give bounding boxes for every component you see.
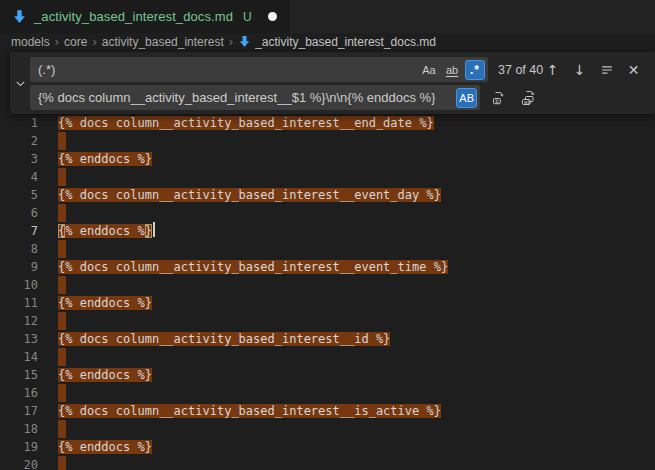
svg-text:ab: ab [524,98,531,104]
line-number: 10 [0,276,38,294]
code-line[interactable]: 4 [0,168,655,186]
find-widget: (.*) Aa ab .* 37 of 40 ↑ ↓ [10,52,655,114]
line-text: {% docs column__activity_based_interest_… [58,330,390,348]
line-text: {% enddocs %} [58,150,152,168]
line-number: 12 [0,312,38,330]
regex-button[interactable]: .* [465,60,485,80]
line-number: 1 [0,114,38,132]
line-text [58,168,66,186]
line-number: 17 [0,402,38,420]
line-text: {% docs column__activity_based_interest_… [58,186,441,204]
line-text [58,276,66,294]
line-text: {% docs column__activity_based_interest_… [58,402,441,420]
code-line[interactable]: 11{% enddocs %} [0,294,655,312]
code-line[interactable]: 10 [0,276,655,294]
match-case-button[interactable]: Aa [419,60,439,80]
breadcrumb-item-models[interactable]: models [11,35,50,49]
chevron-right-icon: › [229,34,233,49]
find-row: (.*) Aa ab .* 37 of 40 ↑ ↓ [30,57,650,82]
replace-row: {% docs column__activity_based_interest_… [30,85,650,110]
tab-bar: _activity_based_interest_docs.md U [0,0,655,33]
line-number: 18 [0,420,38,438]
code-line[interactable]: 9{% docs column__activity_based_interest… [0,258,655,276]
breadcrumb-item-file[interactable]: _activity_based_interest_docs.md [238,35,436,49]
line-text: {% enddocs %} [58,366,152,384]
code-line[interactable]: 14 [0,348,655,366]
line-text [58,420,66,438]
code-lines: 1{% docs column__activity_based_interest… [0,114,655,470]
chevron-right-icon: › [92,34,96,49]
code-line[interactable]: 13{% docs column__activity_based_interes… [0,330,655,348]
code-line[interactable]: 5{% docs column__activity_based_interest… [0,186,655,204]
breadcrumb-item-core[interactable]: core [64,35,87,49]
line-text [58,204,66,222]
line-text [58,348,66,366]
line-text [58,384,66,402]
line-number: 15 [0,366,38,384]
editor-pane[interactable]: 1{% docs column__activity_based_interest… [0,50,655,470]
line-number: 2 [0,132,38,150]
line-text [58,312,66,330]
line-text: {% enddocs %} [58,438,152,456]
tab-filename: _activity_based_interest_docs.md [34,9,233,24]
breadcrumb-item-activity-based-interest[interactable]: activity_based_interest [102,35,224,49]
replace-all-button[interactable]: ab [517,87,538,108]
line-number: 13 [0,330,38,348]
code-line[interactable]: 17{% docs column__activity_based_interes… [0,402,655,420]
breadcrumb-filename: _activity_based_interest_docs.md [255,35,436,49]
markdown-file-icon [238,35,251,48]
line-text: {% enddocs %} [58,294,152,312]
results-count: 37 of 40 [498,63,543,77]
vscode-window: _activity_based_interest_docs.md U model… [0,0,655,470]
code-line[interactable]: 1{% docs column__activity_based_interest… [0,114,655,132]
git-status-badge: U [243,10,252,24]
code-line[interactable]: 2 [0,132,655,150]
code-line[interactable]: 12 [0,312,655,330]
line-text [58,132,66,150]
line-number: 16 [0,384,38,402]
line-number: 9 [0,258,38,276]
line-number: 14 [0,348,38,366]
modified-dot-icon[interactable] [268,12,277,21]
tab-active-file[interactable]: _activity_based_interest_docs.md U [0,0,290,33]
replace-input-value: {% docs column__activity_based_interest_… [38,90,435,105]
code-line[interactable]: 3{% enddocs %} [0,150,655,168]
preserve-case-button[interactable]: AB [456,88,477,108]
line-number: 20 [0,456,38,470]
code-line[interactable]: 8 [0,240,655,258]
code-line[interactable]: 19{% enddocs %} [0,438,655,456]
svg-text:b: b [495,97,498,103]
breadcrumb: models › core › activity_based_interest … [0,33,655,50]
find-input-value: (.*) [38,62,55,77]
code-line[interactable]: 6 [0,204,655,222]
find-in-selection-button[interactable] [597,60,616,80]
line-number: 4 [0,168,38,186]
line-text: {% enddocs %} [58,222,155,240]
previous-match-button[interactable]: ↑ [543,60,562,80]
close-icon[interactable]: ✕ [624,60,643,80]
chevron-right-icon: › [55,34,59,49]
line-text [58,240,66,258]
code-line[interactable]: 20 [0,456,655,470]
line-number: 6 [0,204,38,222]
line-number: 19 [0,438,38,456]
next-match-button[interactable]: ↓ [570,60,589,80]
toggle-replace-button[interactable] [10,52,30,114]
line-text [58,456,66,470]
whole-word-button[interactable]: ab [442,60,462,80]
line-number: 7 [0,222,38,240]
line-number: 8 [0,240,38,258]
replace-input[interactable]: {% docs column__activity_based_interest_… [30,85,480,110]
replace-button[interactable]: b [488,87,509,108]
text-cursor [153,222,155,237]
line-text: {% docs column__activity_based_interest_… [58,258,448,276]
code-line[interactable]: 16 [0,384,655,402]
line-number: 3 [0,150,38,168]
markdown-file-icon [12,9,27,24]
line-number: 5 [0,186,38,204]
find-input[interactable]: (.*) Aa ab .* [30,57,488,82]
line-number: 11 [0,294,38,312]
code-line[interactable]: 15{% enddocs %} [0,366,655,384]
code-line[interactable]: 18 [0,420,655,438]
code-line[interactable]: 7{% enddocs %} [0,222,655,240]
